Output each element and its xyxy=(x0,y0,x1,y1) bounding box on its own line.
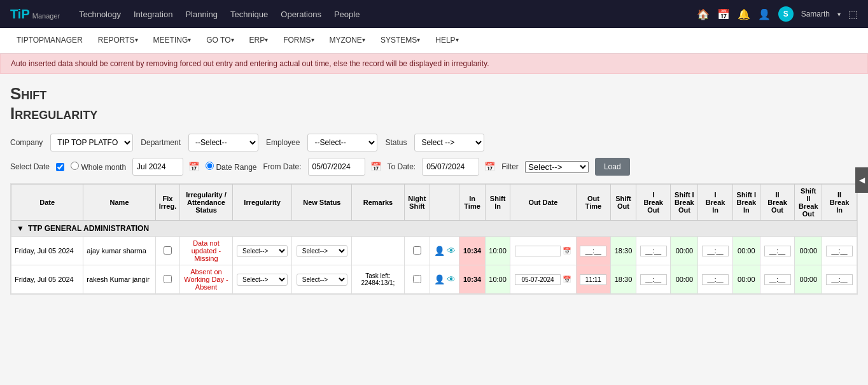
cell-irregularity-select[interactable]: Select--> xyxy=(232,237,292,265)
nav-help[interactable]: HELP xyxy=(429,28,465,53)
company-select[interactable]: TIP TOP PLATFOF xyxy=(50,134,133,151)
cell-ii-break-in[interactable] xyxy=(822,265,857,294)
main-content: ShiftIrregularity Company TIP TOP PLATFO… xyxy=(0,74,868,305)
filter-select[interactable]: Select--> xyxy=(525,161,589,173)
cell-out-date[interactable]: 📅 xyxy=(510,237,576,265)
ii-break-out-input[interactable] xyxy=(764,274,791,285)
ii-break-in-input[interactable] xyxy=(826,274,853,285)
cell-i-break-in[interactable] xyxy=(698,265,733,294)
cell-new-status-select[interactable]: Select--> xyxy=(292,265,352,294)
to-date-input[interactable] xyxy=(422,158,479,176)
cell-fix-irreg[interactable] xyxy=(155,237,180,265)
nav-tiptopmanager[interactable]: TIPTOPMANAGER xyxy=(10,28,89,53)
person-icon[interactable]: 👤 xyxy=(434,246,445,256)
nav-integration[interactable]: Integration xyxy=(134,10,172,19)
irregularity-table: Date Name FixIrreg. Irregularity /Attend… xyxy=(10,183,858,295)
department-select[interactable]: --Select-- xyxy=(188,134,258,151)
out-date-input[interactable] xyxy=(515,274,561,285)
whole-month-radio[interactable] xyxy=(71,162,79,170)
cell-actions: 👤 👁 xyxy=(430,265,459,294)
user-name: Samarth xyxy=(801,10,830,18)
nav-people[interactable]: People xyxy=(334,10,360,19)
cell-i-break-out[interactable] xyxy=(636,265,671,294)
scroll-left-button[interactable]: ◀ xyxy=(855,167,868,193)
date-range-radio[interactable] xyxy=(206,162,214,170)
out-time-input[interactable] xyxy=(580,274,606,285)
ii-break-out-input[interactable] xyxy=(764,246,791,256)
out-date-input[interactable] xyxy=(515,246,561,256)
home-icon[interactable]: 🏠 xyxy=(697,8,710,20)
eye-icon[interactable]: 👁 xyxy=(447,246,456,256)
logout-icon[interactable]: ⬚ xyxy=(848,8,858,20)
nav-technology[interactable]: Technology xyxy=(79,10,121,19)
irregularity-select[interactable]: Select--> xyxy=(237,245,288,257)
irregularity-select[interactable]: Select--> xyxy=(237,274,288,286)
group-header: ▼TTP GENERAL ADMINISTRATION xyxy=(11,221,857,237)
cell-out-time[interactable] xyxy=(576,237,611,265)
i-break-in-input[interactable] xyxy=(702,274,729,285)
cell-out-date[interactable]: 📅 xyxy=(510,265,576,294)
logo: TiP Manager xyxy=(10,7,60,22)
collapse-arrow[interactable]: ▼ xyxy=(17,224,24,233)
cell-ii-break-in[interactable] xyxy=(822,237,857,265)
nav-technique[interactable]: Technique xyxy=(230,10,268,19)
cell-shift-ii-break-out: 00:00 xyxy=(795,265,822,294)
cell-night-shift[interactable] xyxy=(404,237,430,265)
nav-operations[interactable]: Operations xyxy=(281,10,321,19)
alert-text: Auto inserted data should be corrent by … xyxy=(11,59,489,68)
eye-icon[interactable]: 👁 xyxy=(447,274,456,284)
nav-reports[interactable]: REPORTS xyxy=(92,28,144,53)
cell-name: rakesh Kumar jangir xyxy=(83,265,155,294)
table-row: Friday, Jul 05 2024 rakesh Kumar jangir … xyxy=(11,265,857,294)
night-shift-checkbox[interactable] xyxy=(413,275,421,283)
cell-i-break-out[interactable] xyxy=(636,237,671,265)
fix-irreg-checkbox[interactable] xyxy=(164,246,172,255)
cell-i-break-in[interactable] xyxy=(698,237,733,265)
cell-new-status-select[interactable]: Select--> xyxy=(292,237,352,265)
calendar-icon[interactable]: 📅 xyxy=(717,8,730,20)
select-date-checkbox[interactable] xyxy=(56,163,64,171)
to-date-calendar-icon[interactable]: 📅 xyxy=(484,162,495,172)
employee-select[interactable]: --Select-- xyxy=(307,134,377,151)
cell-irregularity-status: Absent on Working Day - Absent xyxy=(180,265,232,294)
cell-remarks xyxy=(352,237,404,265)
out-date-calendar-icon[interactable]: 📅 xyxy=(563,247,571,255)
nav-meeting[interactable]: MEETING xyxy=(147,28,198,53)
cell-ii-break-out[interactable] xyxy=(760,265,795,294)
nav-planning[interactable]: Planning xyxy=(185,10,218,19)
bell-icon[interactable]: 🔔 xyxy=(738,8,750,20)
i-break-out-input[interactable] xyxy=(640,274,667,285)
out-date-calendar-icon[interactable]: 📅 xyxy=(563,276,571,283)
cell-shift-out: 18:30 xyxy=(611,265,636,294)
nav-forms[interactable]: FORMS xyxy=(277,28,320,53)
nav-systems[interactable]: SYSTEMS xyxy=(374,28,426,53)
user-icon[interactable]: 👤 xyxy=(758,8,771,20)
i-break-in-input[interactable] xyxy=(702,246,729,256)
person-icon[interactable]: 👤 xyxy=(434,274,445,284)
nav-erp[interactable]: ERP xyxy=(243,28,275,53)
cell-shift-ii-break-out: 00:00 xyxy=(795,237,822,265)
nav-myzone[interactable]: MYZONE xyxy=(323,28,372,53)
fix-irreg-checkbox[interactable] xyxy=(164,275,172,283)
load-button[interactable]: Load xyxy=(595,158,630,176)
new-status-select[interactable]: Select--> xyxy=(297,274,347,286)
user-dropdown-arrow[interactable]: ▾ xyxy=(837,11,841,18)
ii-break-in-input[interactable] xyxy=(826,246,853,256)
nav-goto[interactable]: GO TO xyxy=(200,28,240,53)
i-break-out-input[interactable] xyxy=(640,246,667,256)
cell-fix-irreg[interactable] xyxy=(155,265,180,294)
cell-out-time[interactable] xyxy=(576,265,611,294)
out-time-input[interactable] xyxy=(580,246,606,256)
date-calendar-icon[interactable]: 📅 xyxy=(188,162,199,172)
cell-night-shift[interactable] xyxy=(404,265,430,294)
night-shift-checkbox[interactable] xyxy=(413,246,421,255)
new-status-select[interactable]: Select--> xyxy=(297,245,347,257)
status-select[interactable]: Select --> xyxy=(414,134,484,151)
date-input[interactable] xyxy=(132,158,183,176)
top-navigation: TiP Manager Technology Integration Plann… xyxy=(0,0,868,28)
from-date-input[interactable] xyxy=(308,158,365,176)
cell-irregularity-select[interactable]: Select--> xyxy=(232,265,292,294)
cell-ii-break-out[interactable] xyxy=(760,237,795,265)
to-date-label: To Date: xyxy=(388,162,416,171)
from-date-calendar-icon[interactable]: 📅 xyxy=(370,162,381,172)
